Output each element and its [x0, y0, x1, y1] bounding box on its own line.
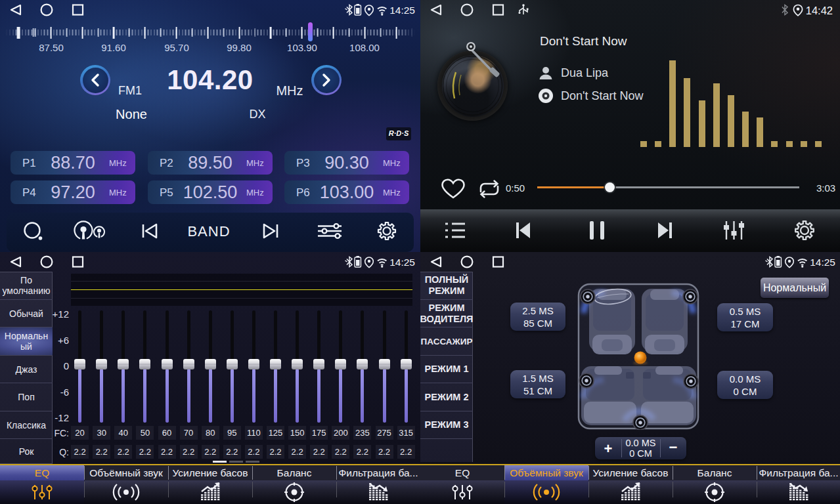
svg-text:14:25: 14:25	[389, 257, 415, 268]
svg-text:14:42: 14:42	[806, 5, 833, 16]
svg-text:14:25: 14:25	[810, 257, 835, 268]
svg-text:BAND: BAND	[187, 223, 230, 240]
